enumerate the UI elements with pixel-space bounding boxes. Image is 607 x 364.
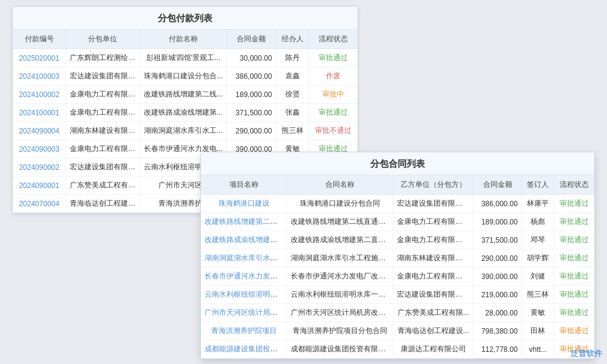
table-row: 2024100001 金康电力工程有限公司 改建铁路成渝线增建第... 371,… (13, 104, 358, 122)
cell-flow-status: 审批通过 (554, 195, 594, 213)
cell-payment-id[interactable]: 2024090001 (13, 177, 66, 195)
cell-project[interactable]: 珠海鹤港口建设 (201, 195, 287, 213)
cell-payment-id[interactable]: 2024070004 (13, 195, 66, 213)
table-row: 改建铁路线增建第二线直通线（... 改建铁路线增建第二线直通线（成都-西... … (201, 213, 594, 231)
panel1-title: 分包付款列表 (13, 7, 358, 30)
cell-company: 青海临达创工程建设有... (66, 195, 140, 213)
cell-party-b: 广东赞美成工程有限... (393, 304, 473, 322)
cell-party-b: 康源达工程有限公司 (393, 340, 473, 359)
cell-project[interactable]: 青海洪溯养护院项目 (201, 322, 287, 340)
cell-company: 广东辉朗工程测绘公司 (66, 49, 140, 67)
cell-project[interactable]: 云南水利枢纽组溶明水库一期工程... (201, 286, 287, 304)
cell-status: 审批通过 (309, 49, 358, 67)
cell-party-b: 金康电力工程有限公司 (393, 213, 473, 231)
cell-party-b: 湖南东林建设有限公司 (393, 249, 473, 268)
cell-payment-id[interactable]: 2024090004 (13, 122, 66, 140)
cell-project[interactable]: 湖南洞庭湖水库引水工程施工标 (201, 249, 287, 268)
cell-signer: vhtt... (521, 340, 554, 359)
cell-signer: 胡学辉 (521, 249, 554, 268)
col-amount: 合同金额 (227, 30, 276, 49)
cell-contract: 改建铁路线增建第二线直通线（成都-西... (287, 213, 393, 231)
cell-contract: 长春市伊通河水力发电厂改建工程分包... (287, 268, 393, 286)
cell-contract: 珠海鹤港口建设分包合同 (287, 195, 393, 213)
table-row: 云南水利枢纽组溶明水库一期工程... 云南水利枢纽组溶明水库一期工程施工标...… (201, 286, 594, 304)
cell-signer: 刘健 (521, 268, 554, 286)
table-row: 改建铁路成渝线增建第二直通线... 改建铁路成渝线增建第二直通线（成渝... 金… (201, 231, 594, 249)
cell-flow-status: 审批通过 (554, 286, 594, 304)
cell-flow-status: 审批通过 (554, 231, 594, 249)
contract-table: 项目名称 合同名称 乙方单位（分包方） 合同金额 签订人 流程状态 珠海鹤港口建… (201, 175, 594, 359)
cell-payment-name: 珠海鹤港口建设分包合... (140, 67, 227, 86)
cell-company: 金康电力工程有限公司 (66, 86, 140, 104)
watermark: 泛普软件 (571, 348, 602, 359)
cell-contract: 湖南洞庭湖水库引水工程施工标分包合同 (287, 249, 393, 268)
cell-payment-id[interactable]: 2024100003 (13, 67, 66, 86)
cell-company: 广东赞美成工程有公司 (66, 177, 140, 195)
cell-amount: 189,000.00 (227, 86, 276, 104)
payment-table-header: 付款编号 分包单位 付款名称 合同金额 经办人 流程状态 (13, 30, 358, 49)
cell-operator: 袁鑫 (276, 67, 309, 86)
cell-status: 作废 (309, 67, 358, 86)
cell-party-b: 青海临达创工程建设... (393, 322, 473, 340)
cell-amount: 219,000.00 (473, 286, 522, 304)
cell-signer: 黄敏 (521, 304, 554, 322)
cell-status: 审批中 (309, 86, 358, 104)
cell-operator: 陈丹 (276, 49, 309, 67)
cell-amount: 189,000.00 (473, 213, 522, 231)
table-row: 2024100002 金康电力工程有限公司 改建铁路线增建第二线... 189,… (13, 86, 358, 104)
cell-amount: 112,778.00 (473, 340, 522, 359)
cell-contract: 广州市天河区统计局机房改造项目分包... (287, 304, 393, 322)
cell-contract: 青海洪溯养护院项目分包合同 (287, 322, 393, 340)
cell-payment-name: 彭祖新城'四馆'景观工... (140, 49, 227, 67)
cell-amount: 30,000.00 (227, 49, 276, 67)
cell-project[interactable]: 广州市天河区统计局机房改造项目 (201, 304, 287, 322)
col-company: 分包单位 (66, 30, 140, 49)
cell-company: 金康电力工程有限公司 (66, 104, 140, 122)
cell-party-b: 宏达建设集团有限公司 (393, 286, 473, 304)
cell-project[interactable]: 成都能源建设集团投资有限公司... (201, 340, 287, 359)
col-payment-id: 付款编号 (13, 30, 66, 49)
cell-amount: 386,000.00 (227, 67, 276, 86)
col-contract-name: 合同名称 (287, 175, 393, 195)
cell-amount: 28,000.00 (473, 304, 522, 322)
cell-payment-id[interactable]: 2024090003 (13, 140, 66, 158)
table-row: 2024100003 宏达建设集团有限公司 珠海鹤港口建设分包合... 386,… (13, 67, 358, 86)
cell-status: 审批通过 (309, 104, 358, 122)
panel-subcontract-contract: 分包合同列表 项目名称 合同名称 乙方单位（分包方） 合同金额 签订人 流程状态… (200, 152, 595, 359)
cell-payment-id[interactable]: 2025020001 (13, 49, 66, 67)
table-row: 2024090004 湖南东林建设有限公司 湖南洞庭湖水库引水工... 290,… (13, 122, 358, 140)
cell-amount: 371,500.00 (227, 104, 276, 122)
cell-flow-status: 审批通过 (554, 304, 594, 322)
cell-company: 湖南东林建设有限公司 (66, 122, 140, 140)
cell-signer: 邓琴 (521, 231, 554, 249)
cell-amount: 390,000.00 (473, 268, 522, 286)
cell-operator: 熊三林 (276, 122, 309, 140)
cell-operator: 徐贤 (276, 86, 309, 104)
cell-operator: 张鑫 (276, 104, 309, 122)
col-party-b: 乙方单位（分包方） (393, 175, 473, 195)
cell-flow-status: 审批通过 (554, 213, 594, 231)
cell-payment-name: 改建铁路线增建第二线... (140, 86, 227, 104)
table-row: 2025020001 广东辉朗工程测绘公司 彭祖新城'四馆'景观工... 30,… (13, 49, 358, 67)
cell-signer: 杨彪 (521, 213, 554, 231)
cell-project[interactable]: 改建铁路线增建第二线直通线（... (201, 213, 287, 231)
cell-payment-id[interactable]: 2024100001 (13, 104, 66, 122)
cell-company: 金康电力工程有限公司 (66, 140, 140, 158)
cell-amount: 798,380.00 (473, 322, 522, 340)
table-row: 湖南洞庭湖水库引水工程施工标 湖南洞庭湖水库引水工程施工标分包合同 湖南东林建设… (201, 249, 594, 268)
cell-project[interactable]: 长春市伊通河水力发电厂改建工程 (201, 268, 287, 286)
cell-amount: 386,000.00 (473, 195, 522, 213)
cell-signer: 林康平 (521, 195, 554, 213)
cell-amount: 290,000.00 (473, 249, 522, 268)
col-flow-status: 流程状态 (554, 175, 594, 195)
table-row: 长春市伊通河水力发电厂改建工程 长春市伊通河水力发电厂改建工程分包... 金康电… (201, 268, 594, 286)
cell-payment-id[interactable]: 2024100002 (13, 86, 66, 104)
cell-party-b: 宏达建设集团有限公司 (393, 195, 473, 213)
col-operator: 经办人 (276, 30, 309, 49)
cell-status: 审批不通过 (309, 122, 358, 140)
table-row: 广州市天河区统计局机房改造项目 广州市天河区统计局机房改造项目分包... 广东赞… (201, 304, 594, 322)
cell-company: 宏达建设集团有限公司 (66, 158, 140, 177)
cell-flow-status: 审批通过 (554, 268, 594, 286)
cell-project[interactable]: 改建铁路成渝线增建第二直通线... (201, 231, 287, 249)
cell-payment-id[interactable]: 2024090002 (13, 158, 66, 177)
